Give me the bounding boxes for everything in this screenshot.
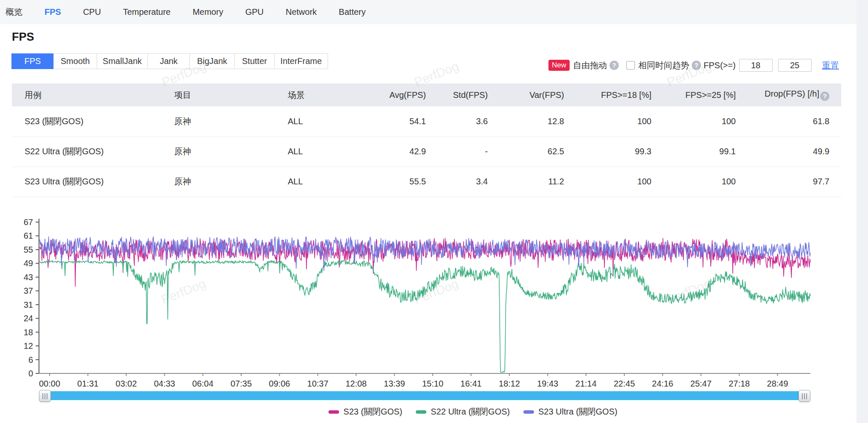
svg-text:01:31: 01:31 bbox=[77, 379, 98, 388]
svg-text:06:04: 06:04 bbox=[192, 379, 214, 388]
svg-text:61: 61 bbox=[24, 231, 33, 240]
table-cell: 100 bbox=[663, 167, 748, 197]
svg-text:19:43: 19:43 bbox=[537, 379, 558, 388]
same-time-trend-label: 相同时间趋势 bbox=[638, 60, 689, 71]
zoom-handle-right[interactable] bbox=[798, 390, 810, 402]
svg-text:6: 6 bbox=[28, 355, 33, 365]
table-cell: ALL bbox=[288, 136, 360, 167]
table-row: S23 (關閉GOS)原神ALL54.13.612.810010061.8 bbox=[12, 106, 841, 136]
same-time-trend-checkbox[interactable] bbox=[626, 61, 635, 70]
chart-zoom-scrollbar[interactable] bbox=[39, 390, 810, 402]
tab-bigjank[interactable]: BigJank bbox=[189, 53, 235, 69]
column-header: FPS>=25 [%] bbox=[663, 83, 748, 106]
legend-label: S23 Ultra (關閉GOS) bbox=[538, 406, 618, 417]
nav-item-gpu[interactable]: GPU bbox=[245, 7, 264, 17]
page-scrollbar[interactable] bbox=[857, 0, 868, 423]
nav-item-temperature[interactable]: Temperature bbox=[123, 7, 170, 17]
table-cell: ALL bbox=[288, 106, 360, 136]
svg-text:25:47: 25:47 bbox=[690, 379, 712, 388]
column-header: 场景 bbox=[288, 83, 360, 106]
column-header: Var(FPS) bbox=[500, 83, 576, 106]
fps-threshold-label: FPS(>=) bbox=[704, 61, 736, 70]
table-cell: S22 Ultra (關閉GOS) bbox=[12, 136, 174, 167]
fps-low-input[interactable] bbox=[739, 59, 773, 72]
tab-fps[interactable]: FPS bbox=[11, 53, 54, 69]
table-row: S23 Ultra (關閉GOS)原神ALL55.53.411.21001009… bbox=[12, 167, 841, 197]
top-nav: 概览FPSCPUTemperatureMemoryGPUNetworkBatte… bbox=[0, 0, 868, 24]
svg-text:12:08: 12:08 bbox=[345, 379, 367, 388]
table-cell: 原神 bbox=[174, 136, 288, 167]
zoom-handle-left[interactable] bbox=[39, 390, 51, 402]
new-badge: New bbox=[548, 60, 570, 71]
tab-interframe[interactable]: InterFrame bbox=[274, 53, 328, 69]
svg-text:24: 24 bbox=[24, 314, 33, 323]
table-cell: 54.1 bbox=[360, 106, 438, 136]
svg-text:0: 0 bbox=[28, 369, 33, 378]
svg-text:24:16: 24:16 bbox=[652, 379, 673, 388]
table-cell: S23 Ultra (關閉GOS) bbox=[12, 167, 174, 197]
fps-line-chart[interactable]: 061218243137434955616700:0001:3103:0204:… bbox=[0, 212, 868, 394]
table-cell: 55.5 bbox=[360, 167, 438, 197]
legend-marker-icon bbox=[416, 410, 426, 414]
nav-item-battery[interactable]: Battery bbox=[339, 7, 365, 17]
column-header: Drop(FPS) [/h]? bbox=[748, 83, 841, 106]
tab-stutter[interactable]: Stutter bbox=[234, 53, 275, 69]
svg-text:21:14: 21:14 bbox=[576, 379, 597, 388]
svg-text:31: 31 bbox=[24, 300, 33, 309]
nav-item-network[interactable]: Network bbox=[286, 7, 317, 17]
table-cell: 原神 bbox=[174, 167, 288, 197]
table-cell: 62.5 bbox=[500, 136, 576, 167]
table-cell: 49.9 bbox=[748, 136, 841, 167]
nav-item-[interactable]: 概览 bbox=[6, 6, 22, 18]
legend-item[interactable]: S23 Ultra (關閉GOS) bbox=[523, 406, 618, 417]
tab-smooth[interactable]: Smooth bbox=[53, 53, 97, 69]
table-cell: 61.8 bbox=[748, 106, 841, 136]
column-header: Std(FPS) bbox=[438, 83, 500, 106]
svg-text:67: 67 bbox=[24, 217, 33, 227]
table-cell: 12.8 bbox=[500, 106, 576, 136]
drop-fps-help-icon[interactable]: ? bbox=[820, 92, 829, 101]
svg-text:22:45: 22:45 bbox=[614, 379, 635, 388]
legend-marker-icon bbox=[328, 410, 339, 414]
svg-text:49: 49 bbox=[24, 259, 33, 268]
legend-item[interactable]: S22 Ultra (關閉GOS) bbox=[416, 406, 510, 417]
svg-text:37: 37 bbox=[24, 286, 33, 295]
chart-legend: S23 (關閉GOS)S22 Ultra (關閉GOS)S23 Ultra (關… bbox=[87, 406, 859, 417]
svg-text:55: 55 bbox=[24, 245, 33, 254]
table-cell: 100 bbox=[663, 106, 748, 136]
perfdog-fps-page: 概览FPSCPUTemperatureMemoryGPUNetworkBatte… bbox=[0, 0, 868, 423]
svg-text:43: 43 bbox=[24, 273, 33, 282]
table-cell: 97.7 bbox=[748, 167, 841, 197]
svg-text:15:10: 15:10 bbox=[422, 379, 443, 388]
free-drag-label: 自由拖动 bbox=[573, 60, 607, 71]
zoom-scrollbar-track[interactable] bbox=[40, 391, 810, 400]
table-cell: 100 bbox=[576, 106, 663, 136]
svg-text:07:35: 07:35 bbox=[231, 379, 252, 388]
tab-smalljank[interactable]: SmallJank bbox=[97, 53, 148, 69]
table-cell: - bbox=[438, 136, 500, 167]
fps-high-input[interactable] bbox=[778, 59, 812, 72]
legend-item[interactable]: S23 (關閉GOS) bbox=[328, 406, 402, 417]
column-header: 用例 bbox=[12, 83, 174, 106]
svg-text:18: 18 bbox=[24, 328, 33, 337]
svg-text:28:49: 28:49 bbox=[767, 379, 788, 388]
svg-text:27:18: 27:18 bbox=[729, 379, 750, 388]
tab-jank[interactable]: Jank bbox=[147, 53, 190, 69]
table-cell: 99.3 bbox=[576, 136, 663, 167]
table-cell: 3.4 bbox=[438, 167, 500, 197]
reset-link[interactable]: 重置 bbox=[822, 60, 839, 71]
table-header-row: 用例项目场景Avg(FPS)Std(FPS)Var(FPS)FPS>=18 [%… bbox=[12, 83, 841, 106]
help-icon[interactable]: ? bbox=[692, 61, 701, 70]
table-cell: 11.2 bbox=[500, 167, 576, 197]
help-icon[interactable]: ? bbox=[609, 61, 619, 70]
grip-icon bbox=[42, 393, 48, 399]
svg-text:16:41: 16:41 bbox=[460, 379, 481, 388]
fps-stats-table: 用例项目场景Avg(FPS)Std(FPS)Var(FPS)FPS>=18 [%… bbox=[12, 83, 841, 197]
table-cell: 100 bbox=[576, 167, 663, 197]
nav-item-memory[interactable]: Memory bbox=[192, 7, 223, 17]
svg-text:10:37: 10:37 bbox=[307, 379, 328, 388]
legend-label: S23 (關閉GOS) bbox=[343, 406, 402, 417]
nav-item-fps[interactable]: FPS bbox=[45, 7, 61, 17]
nav-item-cpu[interactable]: CPU bbox=[83, 7, 101, 17]
svg-text:18:12: 18:12 bbox=[499, 379, 520, 388]
